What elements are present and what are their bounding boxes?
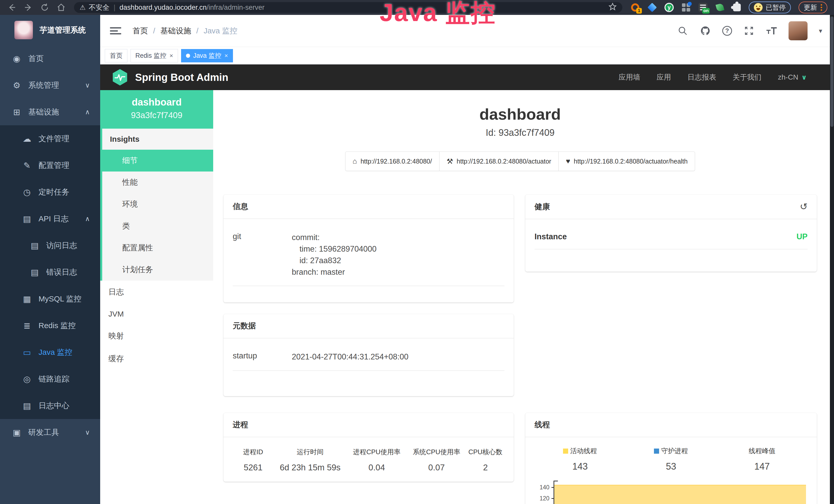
sidebar-toggle-icon[interactable] <box>110 26 121 36</box>
breadcrumb-infrastructure[interactable]: 基础设施 <box>160 26 191 36</box>
monitor-icon: ▭ <box>21 347 33 358</box>
font-size-icon[interactable] <box>766 25 777 37</box>
sidebar-item-home[interactable]: ◉ 首页 <box>0 45 100 72</box>
service-url-button[interactable]: ⌂ http://192.168.0.2:48080/ <box>345 152 439 171</box>
sba-nav-wall[interactable]: 应用墙 <box>619 72 640 82</box>
close-icon[interactable]: × <box>224 52 228 59</box>
legend-live-threads: 活动线程 143 <box>534 446 626 472</box>
legend-daemon-threads: 守护进程 53 <box>626 446 716 472</box>
sidebar-item-label: API 日志 <box>39 214 69 224</box>
help-icon[interactable]: ? <box>722 26 732 36</box>
sba-nav-applications[interactable]: 应用 <box>657 72 671 82</box>
extension-leaf-icon[interactable] <box>715 2 725 13</box>
health-url-button[interactable]: ♥ http://192.168.0.2:48080/actuator/heal… <box>559 152 695 171</box>
sba-item-config-props[interactable]: 配置属性 <box>102 237 213 259</box>
extension-gem-icon[interactable] <box>647 2 657 13</box>
home-icon: ⌂ <box>353 157 357 165</box>
tab-java-monitor[interactable]: Java 监控 × <box>181 49 233 62</box>
sba-insights-label: Insights <box>102 129 213 150</box>
fullscreen-icon[interactable] <box>743 25 755 37</box>
sidebar-item-api-logs[interactable]: ▤ API 日志 ∧ <box>0 205 100 232</box>
sidebar-item-mysql-monitor[interactable]: ▦ MySQL 监控 <box>0 285 100 312</box>
home-icon[interactable] <box>56 2 66 13</box>
sba-nav-journal[interactable]: 日志报表 <box>687 72 716 82</box>
user-menu-caret-icon[interactable]: ▾ <box>819 27 822 35</box>
sidebar-item-infrastructure[interactable]: ⊞ 基础设施 ∧ <box>0 98 100 125</box>
instance-links: ⌂ http://192.168.0.2:48080/ ⚒ http://192… <box>223 152 817 171</box>
extension-orange-icon[interactable]: 1 <box>630 2 640 13</box>
breadcrumb-current: Java 监控 <box>204 26 238 36</box>
sba-brand-title[interactable]: Spring Boot Admin <box>135 72 228 83</box>
log-icon: ▤ <box>29 240 41 251</box>
health-card: 健康 ↺ Instance UP <box>525 194 817 272</box>
tags-view-bar: 首页 Redis 监控 × Java 监控 × <box>100 47 834 65</box>
extension-list-icon[interactable]: on <box>698 2 708 13</box>
tab-redis-monitor[interactable]: Redis 监控 × <box>130 49 178 62</box>
sidebar-item-redis-monitor[interactable]: ≣ Redis 监控 <box>0 312 100 339</box>
sba-item-logs[interactable]: 日志 <box>100 281 213 303</box>
cards-area: 信息 git commit: time: 1596289704000 id: 2… <box>223 194 817 504</box>
back-icon[interactable] <box>7 2 17 13</box>
sba-nav-about[interactable]: 关于我们 <box>733 72 762 82</box>
sidebar-item-scheduled-tasks[interactable]: ◷ 定时任务 <box>0 179 100 205</box>
metadata-card: 元数据 startup 2021-04-27T00:44:31.254+08:0… <box>223 314 514 396</box>
threads-card: 线程 活动线程 143 守护进程 53 <box>525 413 817 504</box>
forward-icon[interactable] <box>23 2 34 13</box>
sidebar-item-system[interactable]: ⚙ 系统管理 ∨ <box>0 72 100 98</box>
sba-item-classes[interactable]: 类 <box>102 215 213 237</box>
sidebar-item-java-monitor[interactable]: ▭ Java 监控 <box>0 339 100 366</box>
sidebar-item-log-center[interactable]: ▤ 日志中心 <box>0 392 100 419</box>
peak-threads-value: 147 <box>717 461 808 472</box>
sba-item-details[interactable]: 细节 <box>100 150 213 171</box>
sba-item-scheduled[interactable]: 计划任务 <box>102 259 213 281</box>
sidebar-item-access-logs[interactable]: ▤ 访问日志 <box>0 232 100 259</box>
breadcrumb-home[interactable]: 首页 <box>133 26 148 36</box>
sba-item-metrics[interactable]: 性能 <box>102 171 213 193</box>
sba-instance-header[interactable]: dashboard 93a3fc7f7409 <box>100 90 213 129</box>
history-icon[interactable]: ↺ <box>800 201 808 212</box>
sba-item-caches[interactable]: 缓存 <box>100 347 213 370</box>
app-logo-row[interactable]: 芋道管理系统 <box>0 15 100 45</box>
main-sidebar: 芋道管理系统 ◉ 首页 ⚙ 系统管理 ∨ ⊞ 基础设施 ∧ ☁ 文件管理 <box>0 15 100 504</box>
sba-language-select[interactable]: zh-CN ∨ <box>778 73 807 82</box>
actuator-url: http://192.168.0.2:48080/actuator <box>457 158 551 165</box>
extension-on-badge: on <box>702 8 710 14</box>
tab-home[interactable]: 首页 <box>105 49 127 62</box>
annotation-java-monitor: Java 监控 <box>380 0 496 30</box>
sba-item-environment[interactable]: 环境 <box>102 193 213 215</box>
info-git-row: git commit: time: 1596289704000 id: 27aa… <box>233 222 504 286</box>
sba-item-jvm[interactable]: JVM <box>100 303 213 324</box>
security-label[interactable]: 不安全 <box>89 3 109 12</box>
scrollbar-thumb[interactable] <box>830 17 833 127</box>
service-url: http://192.168.0.2:48080/ <box>360 158 432 165</box>
search-icon[interactable] <box>677 25 688 37</box>
bookmark-star-icon[interactable] <box>609 3 617 13</box>
actuator-url-button[interactable]: ⚒ http://192.168.0.2:48080/actuator <box>439 152 559 171</box>
close-icon[interactable]: × <box>170 52 173 59</box>
active-dot <box>186 54 190 58</box>
user-avatar[interactable] <box>789 21 808 40</box>
sidebar-item-config-management[interactable]: ✎ 配置管理 <box>0 152 100 179</box>
sba-item-mappings[interactable]: 映射 <box>100 324 213 347</box>
browser-update-button[interactable]: 更新 <box>798 2 827 13</box>
sidebar-item-tracing[interactable]: ◎ 链路追踪 <box>0 366 100 392</box>
extension-puzzle-icon[interactable] <box>732 2 742 13</box>
github-icon[interactable] <box>700 25 711 37</box>
url-bar[interactable]: ⚠ 不安全 | dashboard.yudao.iocoder.cn /infr… <box>74 2 622 13</box>
process-card-title: 进程 <box>223 413 514 437</box>
reload-icon[interactable] <box>40 2 50 13</box>
paused-extension-button[interactable]: 已暂停 <box>749 2 791 13</box>
chevron-down-icon: ∨ <box>85 429 90 436</box>
tab-label: Redis 监控 <box>135 51 167 60</box>
extension-y-icon[interactable]: y <box>664 2 674 13</box>
browser-menu-icon[interactable] <box>821 4 822 11</box>
chevron-up-icon: ∧ <box>85 108 90 116</box>
edit-icon: ✎ <box>21 160 33 170</box>
sidebar-item-dev-tools[interactable]: ▣ 研发工具 ∨ <box>0 419 100 446</box>
extension-grid-icon[interactable] <box>681 2 691 13</box>
page-scrollbar[interactable] <box>830 15 834 504</box>
sidebar-item-file-management[interactable]: ☁ 文件管理 <box>0 125 100 152</box>
sidebar-item-error-logs[interactable]: ▤ 错误日志 <box>0 259 100 285</box>
status-badge: UP <box>796 232 808 241</box>
cpu-cores-value: 2 <box>466 458 504 480</box>
